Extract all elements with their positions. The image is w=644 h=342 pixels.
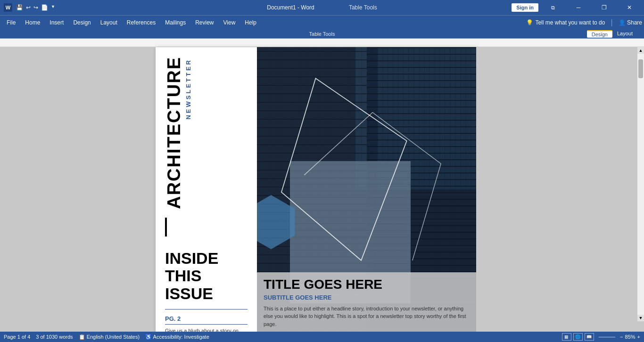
sign-in-button[interactable]: Sign in [512,3,538,12]
tell-me-area[interactable]: 💡 Tell me what you want to do [526,19,605,26]
share-button[interactable]: 👤 Share [619,19,642,26]
zoom-level: ───── [599,334,615,340]
doc-body: This is a place to put either a headline… [264,305,470,328]
redo-icon[interactable]: ↪ [33,4,38,11]
menu-references[interactable]: References [122,17,160,28]
menu-home[interactable]: Home [20,17,45,28]
status-right: ▦ 🌐 📖 ───── − 85% + [562,333,640,341]
arch-title-area: ARCHITECTURE NEWSLETTER [156,47,257,214]
status-bar: Page 1 of 4 3 of 1030 words 📋 English (U… [0,332,644,342]
title-overlay: TITLE GOES HERE SUBTITLE GOES HERE This … [257,272,476,332]
zoom-in-btn[interactable]: + [637,334,640,340]
menu-design[interactable]: Design [68,17,95,28]
doc-subtitle: SUBTITLE GOES HERE [264,294,470,301]
table-tools-label: Table Tools [309,31,335,37]
zoom-out-btn[interactable]: − [620,334,623,340]
right-margin: ▲ ▼ [476,47,644,332]
person-icon: 👤 [619,19,626,26]
scroll-up[interactable]: ▲ [637,47,644,54]
inside-this-issue: INSIDETHISISSUE PG. 2 Give us a blurb ab… [156,240,257,332]
ribbon [0,39,644,47]
scrollbar[interactable]: ▲ ▼ [637,47,644,321]
title-bar-left: W 💾 ↩ ↪ 📄 ▼ [4,3,55,12]
architecture-title: ARCHITECTURE [165,57,183,209]
undo-icon[interactable]: ↩ [26,4,31,11]
menu-layout[interactable]: Layout [96,17,122,28]
title-bar-right: Sign in ⧉ ─ ❐ ✕ [512,0,640,15]
pg2-desc: Give us a blurb about a story on page 2.… [165,327,248,332]
word-icon: W [4,3,12,12]
restore-win-button[interactable]: ❐ [593,0,615,15]
menu-review[interactable]: Review [190,17,218,28]
tab-layout[interactable]: Layout [612,30,637,38]
zoom-percentage: 85% [625,334,636,340]
qa-dropdown-icon[interactable]: ▼ [51,4,55,11]
menu-file[interactable]: File [2,17,20,28]
pg2-divider2 [165,324,248,325]
inside-title: INSIDETHISISSUE [165,250,248,302]
title-bar: W 💾 ↩ ↪ 📄 ▼ Document1 - Word Table Tools… [0,0,644,15]
minimize-button[interactable]: ─ [568,0,589,15]
page-info: Page 1 of 4 [4,334,30,340]
view-print-btn[interactable]: ▦ [562,333,571,341]
doc-main-title: TITLE GOES HERE [264,278,470,291]
language-selector[interactable]: 📋 English (United States) [79,334,140,340]
right-column: TITLE GOES HERE SUBTITLE GOES HERE This … [257,47,476,332]
view-read-btn[interactable]: 📖 [585,333,594,341]
window-title: Document1 - Word Table Tools [267,4,377,11]
close-button[interactable]: ✕ [619,0,640,15]
polygon-overlay [268,61,443,289]
newsletter-subtitle: NEWSLETTER [185,58,192,120]
menu-right: 💡 Tell me what you want to do | 👤 Share [526,18,642,27]
pg2-divider [165,309,248,309]
tab-design[interactable]: Design [587,30,612,38]
check-icon: 📋 [79,334,85,340]
scroll-thumb[interactable] [638,59,643,78]
restore-button[interactable]: ⧉ [542,0,564,15]
left-column: ARCHITECTURE NEWSLETTER INSIDETHISISSUE … [156,47,257,332]
menu-help[interactable]: Help [240,17,261,28]
building-collage: TITLE GOES HERE SUBTITLE GOES HERE This … [257,47,476,332]
menu-insert[interactable]: Insert [45,17,68,28]
lightbulb-icon: 💡 [526,19,533,26]
svg-marker-0 [281,78,407,261]
save-icon[interactable]: 💾 [16,4,23,11]
word-count: 3 of 1030 words [36,334,73,340]
accessibility-icon: ♿ [145,334,152,340]
document-page: ARCHITECTURE NEWSLETTER INSIDETHISISSUE … [156,47,476,332]
decorative-bar [165,218,167,236]
view-web-btn[interactable]: 🌐 [573,333,583,341]
menu-view[interactable]: View [219,17,240,28]
left-margin [0,47,156,332]
accessibility-indicator[interactable]: ♿ Accessibility: Investigate [145,334,209,340]
scroll-track[interactable] [637,54,644,315]
menu-bar: File Home Insert Design Layout Reference… [0,15,644,29]
pg2-label: PG. 2 [165,315,248,322]
menu-mailings[interactable]: Mailings [160,17,190,28]
table-tools-bar: Table Tools Design Layout [0,29,644,39]
new-doc-icon[interactable]: 📄 [41,4,48,11]
scroll-down[interactable]: ▼ [637,315,644,321]
